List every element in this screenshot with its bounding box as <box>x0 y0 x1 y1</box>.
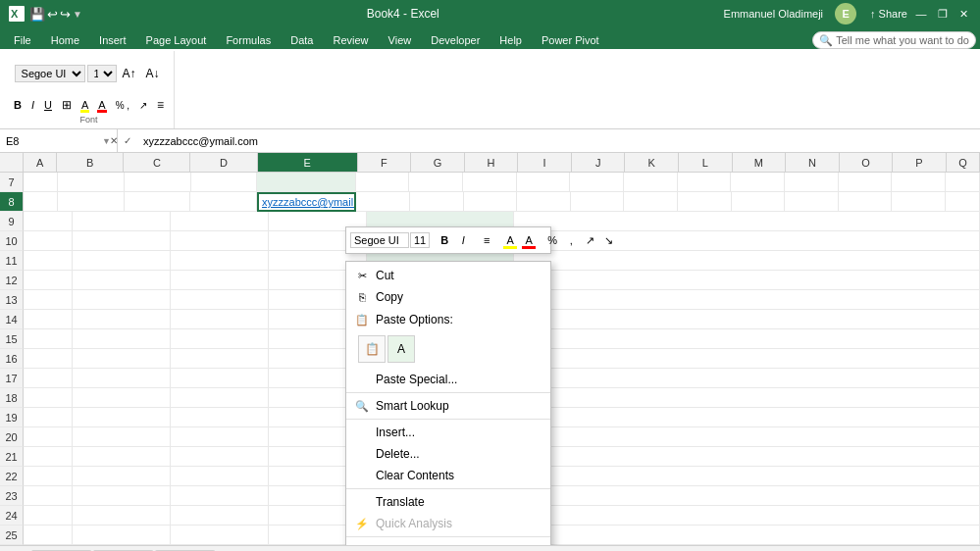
mini-comma-btn[interactable]: , <box>562 230 580 250</box>
cell[interactable] <box>410 192 464 212</box>
col-header-k[interactable]: K <box>625 153 679 172</box>
cell[interactable] <box>409 173 463 192</box>
cell[interactable] <box>191 173 258 192</box>
cell[interactable] <box>125 192 191 212</box>
col-header-l[interactable]: L <box>679 153 733 172</box>
confirm-formula-icon[interactable]: ✓ <box>122 133 133 148</box>
cell[interactable] <box>464 192 518 212</box>
cell[interactable] <box>570 173 624 192</box>
font-size-select[interactable]: 11 <box>87 65 117 82</box>
col-header-j[interactable]: J <box>572 153 626 172</box>
col-header-n[interactable]: N <box>786 153 840 172</box>
mini-percent-btn[interactable]: % <box>543 230 561 250</box>
cell[interactable] <box>190 192 257 212</box>
tab-power-pivot[interactable]: Power Pivot <box>532 31 609 49</box>
col-header-p[interactable]: P <box>893 153 947 172</box>
cell[interactable] <box>624 192 678 212</box>
mini-bold-btn[interactable]: B <box>436 230 453 250</box>
tab-review[interactable]: Review <box>323 31 378 49</box>
mini-font-color-btn[interactable]: A <box>520 230 538 250</box>
tab-formulas[interactable]: Formulas <box>216 31 281 49</box>
cell[interactable] <box>624 173 678 192</box>
col-header-e[interactable]: E <box>258 153 358 172</box>
italic-button[interactable]: I <box>27 95 38 115</box>
col-header-a[interactable]: A <box>24 153 57 172</box>
fill-color-button[interactable]: A <box>77 95 92 115</box>
context-menu-smart-lookup[interactable]: 🔍 Smart Lookup <box>346 395 550 417</box>
cancel-formula-icon[interactable]: ✕ <box>108 133 120 148</box>
tab-help[interactable]: Help <box>490 31 532 49</box>
cell[interactable] <box>356 173 410 192</box>
context-menu-translate[interactable]: Translate <box>346 491 550 513</box>
cell[interactable] <box>571 192 625 212</box>
cell[interactable] <box>58 173 125 192</box>
context-menu-filter[interactable]: Filter ▶ <box>346 539 550 545</box>
mini-italic-btn[interactable]: I <box>454 230 472 250</box>
save-icon[interactable]: 💾 <box>29 7 45 22</box>
decrease-font-btn[interactable]: A↓ <box>142 64 164 83</box>
tab-file[interactable]: File <box>4 31 41 49</box>
context-menu-insert[interactable]: Insert... <box>346 422 550 443</box>
col-header-o[interactable]: O <box>840 153 894 172</box>
context-menu-copy[interactable]: ⎘ Copy <box>346 286 550 308</box>
font-color-button[interactable]: A <box>94 95 109 115</box>
col-header-m[interactable]: M <box>733 153 787 172</box>
context-menu-cut[interactable]: ✂ Cut <box>346 265 550 286</box>
increase-font-btn[interactable]: A↑ <box>119 64 140 83</box>
col-header-q[interactable]: Q <box>947 153 980 172</box>
share-icon[interactable]: ↑ Share <box>870 8 907 20</box>
col-header-b[interactable]: B <box>57 153 124 172</box>
col-header-g[interactable]: G <box>411 153 465 172</box>
paste-btn-default[interactable]: 📋 <box>358 335 386 363</box>
tab-page-layout[interactable]: Page Layout <box>136 31 217 49</box>
tab-developer[interactable]: Developer <box>421 31 490 49</box>
cell[interactable] <box>946 173 980 192</box>
mini-dec-decimal-btn[interactable]: ↘ <box>599 230 617 250</box>
mini-inc-decimal-btn[interactable]: ↗ <box>581 230 598 250</box>
col-header-c[interactable]: C <box>124 153 190 172</box>
redo-icon[interactable]: ↪ <box>60 7 71 22</box>
cell[interactable] <box>678 192 732 212</box>
restore-button[interactable]: ❐ <box>935 6 951 22</box>
cell[interactable] <box>946 192 980 212</box>
minimize-button[interactable]: — <box>913 6 929 22</box>
tell-me-input[interactable]: 🔍 Tell me what you want to do <box>812 31 976 49</box>
undo-icon[interactable]: ↩ <box>47 7 58 22</box>
mini-fill-color-btn[interactable]: A <box>501 230 519 250</box>
tab-view[interactable]: View <box>379 31 422 49</box>
underline-button[interactable]: U <box>40 95 56 115</box>
cell[interactable] <box>517 192 571 212</box>
name-box[interactable]: E8 ▼ <box>0 129 118 152</box>
cell[interactable] <box>125 173 191 192</box>
active-cell-e8[interactable]: xyzzzabccc@ymail.com <box>257 192 356 212</box>
cell[interactable] <box>839 173 893 192</box>
font-name-select[interactable]: Segoe UI <box>15 65 85 82</box>
tab-data[interactable]: Data <box>281 31 323 49</box>
col-header-d[interactable]: D <box>190 153 257 172</box>
border-button[interactable]: ⊞ <box>58 95 76 115</box>
tab-home[interactable]: Home <box>41 31 89 49</box>
mini-align-left-btn[interactable]: ≡ <box>478 230 495 250</box>
mini-font-name[interactable]: Segoe UI <box>350 232 409 248</box>
cell[interactable] <box>892 173 946 192</box>
cell[interactable] <box>731 173 785 192</box>
cell[interactable] <box>892 192 946 212</box>
context-menu-clear-contents[interactable]: Clear Contents <box>346 465 550 486</box>
fill-options-btn[interactable]: ≡ <box>153 95 168 115</box>
cell[interactable] <box>839 192 893 212</box>
close-button[interactable]: ✕ <box>956 6 972 22</box>
col-header-f[interactable]: F <box>358 153 412 172</box>
paste-btn-values[interactable]: A <box>387 335 415 363</box>
percent-btn[interactable]: ↗ <box>135 95 151 115</box>
bold-button[interactable]: B <box>10 95 26 115</box>
cell[interactable] <box>257 173 355 192</box>
cell[interactable] <box>24 173 58 192</box>
cell[interactable] <box>517 173 571 192</box>
col-header-i[interactable]: I <box>518 153 572 172</box>
formula-input[interactable] <box>137 129 980 152</box>
context-menu-delete[interactable]: Delete... <box>346 443 550 465</box>
cell[interactable] <box>732 192 786 212</box>
tab-insert[interactable]: Insert <box>89 31 136 49</box>
cell[interactable] <box>678 173 732 192</box>
col-header-h[interactable]: H <box>465 153 519 172</box>
